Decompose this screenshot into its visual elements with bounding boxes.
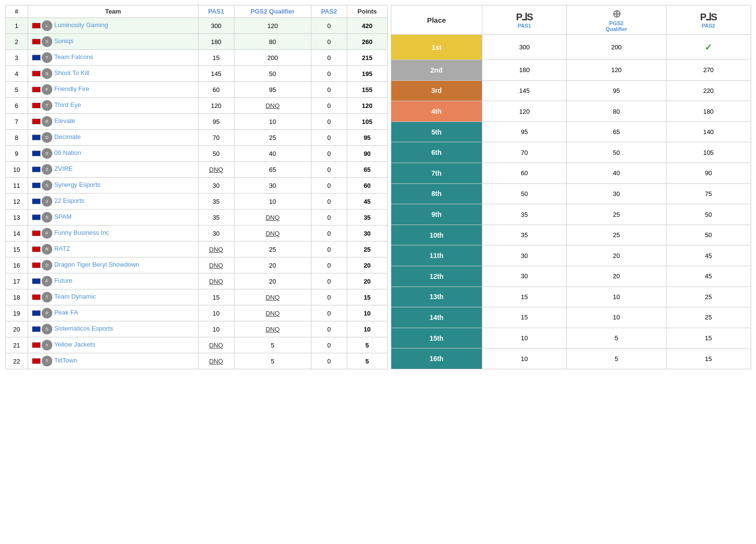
pas1-cell: DNQ <box>198 242 234 257</box>
team-logo: D <box>42 260 52 271</box>
pas2-cell: 0 <box>311 194 347 210</box>
right-pas2-cell: 220 <box>666 80 751 101</box>
team-logo: S <box>42 180 52 191</box>
pas2-cell: 0 <box>311 226 347 242</box>
table-row: 3TTeam Falcons152000215 <box>5 50 387 66</box>
table-row: 6TThird Eye120DNQ0120 <box>5 98 387 114</box>
rank-cell: 8 <box>5 130 28 146</box>
right-header-pgs2q: ⊕PGS2Qualifier <box>567 5 666 35</box>
flag-icon <box>32 342 41 348</box>
pas1-cell: 30 <box>198 226 234 242</box>
points-cell: 60 <box>347 178 387 194</box>
pas2-cell: 0 <box>311 66 347 82</box>
team-name-text: Synergy Esports <box>54 181 100 188</box>
right-pgs2q-cell: 25 <box>567 225 666 245</box>
right-pas1-cell: 35 <box>482 204 567 225</box>
team-logo: Z <box>42 164 52 175</box>
table-row: 17FFutureDNQ20020 <box>5 273 387 289</box>
team-logo: R <box>42 244 52 255</box>
pgs2q-cell: 10 <box>234 114 311 130</box>
table-row: 19PPeak FA10DNQ010 <box>5 305 387 321</box>
team-logo: F <box>42 228 52 239</box>
team-name-text: Sistematicos Esports <box>54 325 113 332</box>
place-cell: 4th <box>391 101 482 122</box>
right-pas1-cell: 120 <box>482 101 567 122</box>
team-logo: S <box>42 36 52 47</box>
right-pas2-cell: ✓ <box>666 35 751 60</box>
table-row: 9000 Nation5040090 <box>5 146 387 162</box>
pgs2q-cell: 65 <box>234 162 311 178</box>
right-table-row: 6th7050105 <box>391 142 751 163</box>
points-cell: 215 <box>347 50 387 66</box>
flag-icon <box>32 198 41 204</box>
pas1-cell: 70 <box>198 130 234 146</box>
left-header-1: Team <box>28 5 198 18</box>
table-row: 20SSistematicos Esports10DNQ010 <box>5 321 387 337</box>
pgs2q-cell: 95 <box>234 82 311 98</box>
table-row: 16DDragon Tiger Beryl ShowdownDNQ20020 <box>5 257 387 273</box>
pas1-cell: 180 <box>198 34 234 50</box>
place-cell: 2nd <box>391 60 482 81</box>
right-table-row: 1st300200✓ <box>391 35 751 60</box>
right-table-row: 11th302045 <box>391 245 751 266</box>
team-logo: P <box>42 308 52 318</box>
pas1-cell: DNQ <box>198 257 234 273</box>
flag-icon <box>32 326 41 332</box>
team-cell: SSPAM <box>28 210 198 226</box>
right-table-row: 8th503075 <box>391 183 751 204</box>
right-header-place: Place <box>391 5 482 35</box>
main-container: #TeamPAS1PGS2 QualifierPAS2Points1LLumin… <box>5 5 751 369</box>
pas1-cell: 35 <box>198 210 234 226</box>
table-row: 1LLuminosity Gaming3001200420 <box>5 18 387 34</box>
team-name-text: Team Falcons <box>54 53 93 60</box>
rank-cell: 15 <box>5 242 28 257</box>
pas2-cell: 0 <box>311 162 347 178</box>
pas1-cell: 50 <box>198 146 234 162</box>
pas2-cell: 0 <box>311 353 347 369</box>
pas1-cell: 120 <box>198 98 234 114</box>
rank-cell: 16 <box>5 257 28 273</box>
points-cell: 5 <box>347 353 387 369</box>
points-cell: 35 <box>347 210 387 226</box>
right-table-row: 13th151025 <box>391 287 751 307</box>
rank-cell: 9 <box>5 146 28 162</box>
right-points-table: PlaceP⅃SPAS1⊕PGS2QualifierP⅃SPAS21st3002… <box>391 5 751 369</box>
right-pas2-cell: 45 <box>666 245 751 266</box>
rank-cell: 11 <box>5 178 28 194</box>
pas2-cell: 0 <box>311 257 347 273</box>
right-pas1-cell: 15 <box>482 287 567 307</box>
right-table-row: 12th302045 <box>391 266 751 287</box>
points-cell: 95 <box>347 130 387 146</box>
place-cell: 3rd <box>391 80 482 101</box>
rank-cell: 4 <box>5 66 28 82</box>
team-cell: DDragon Tiger Beryl Showdown <box>28 257 198 273</box>
team-cell: YYellow Jackets <box>28 337 198 353</box>
right-pas2-cell: 15 <box>666 328 751 348</box>
team-cell: SSynergy Esports <box>28 178 198 194</box>
place-cell: 15th <box>391 328 482 348</box>
team-name-text: Yellow Jackets <box>54 341 95 348</box>
pgs2q-cell: 80 <box>234 34 311 50</box>
rank-cell: 18 <box>5 289 28 305</box>
table-row: 15RRATZDNQ25025 <box>5 242 387 257</box>
table-row: 5FFriendly Fire60950155 <box>5 82 387 98</box>
pgs2q-cell: 20 <box>234 257 311 273</box>
table-row: 4SShoot To Kill145500195 <box>5 66 387 82</box>
pas2-cell: 0 <box>311 98 347 114</box>
team-name-text: Future <box>54 277 73 284</box>
left-header-3: PGS2 Qualifier <box>234 5 311 18</box>
table-row: 11SSynergy Esports3030060 <box>5 178 387 194</box>
left-rankings-table: #TeamPAS1PGS2 QualifierPAS2Points1LLumin… <box>5 5 388 369</box>
team-cell: FFunny Business Inc <box>28 226 198 242</box>
team-logo: S <box>42 212 52 223</box>
team-cell: TTeam Dynamic <box>28 289 198 305</box>
pgs2q-cell: DNQ <box>234 210 311 226</box>
right-table-row: 14th151025 <box>391 307 751 328</box>
team-logo: F <box>42 84 52 95</box>
right-pas1-cell: 30 <box>482 266 567 287</box>
place-cell: 9th <box>391 204 482 225</box>
pgs2q-cell: DNQ <box>234 226 311 242</box>
right-pas2-cell: 50 <box>666 225 751 245</box>
flag-icon <box>32 230 41 236</box>
team-name-text: 00 Nation <box>54 149 81 156</box>
